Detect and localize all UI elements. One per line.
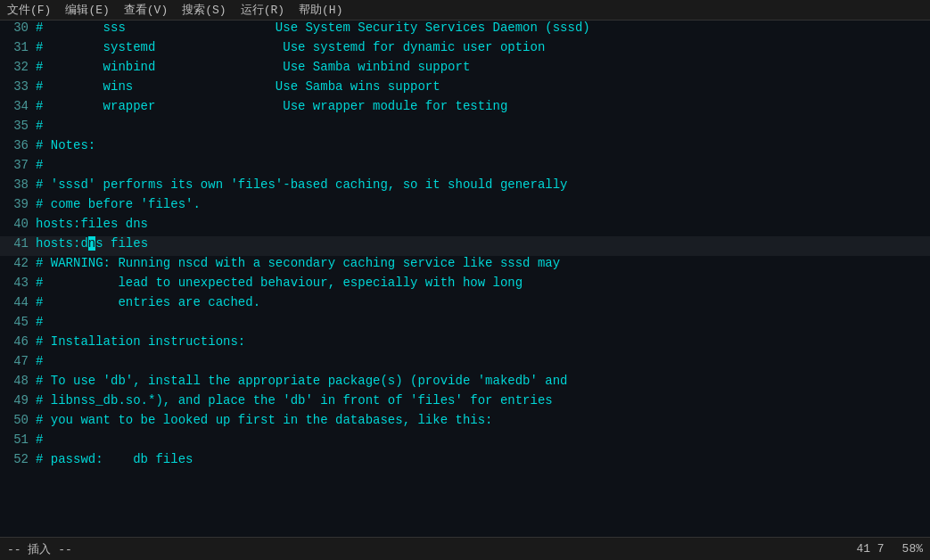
- editor-line: 34# wrapper Use wrapper module for testi…: [0, 99, 930, 119]
- editor-line: 44# entries are cached.: [0, 295, 930, 315]
- line-number: 39: [4, 197, 36, 211]
- line-number: 47: [4, 354, 36, 368]
- menu-item[interactable]: 文件(F): [7, 2, 51, 18]
- line-content: # sss Use System Security Services Daemo…: [36, 21, 590, 35]
- status-position: 41 7: [856, 542, 884, 556]
- line-content: hosts:dns files: [36, 236, 148, 251]
- line-content: # To use 'db', install the appropriate p…: [36, 374, 568, 388]
- lines-container: 30# sss Use System Security Services Dae…: [0, 21, 930, 537]
- editor-line: 38# 'sssd' performs its own 'files'-base…: [0, 177, 930, 197]
- menu-item[interactable]: 运行(R): [241, 2, 284, 18]
- cursor: n: [88, 236, 95, 251]
- editor-line: 46# Installation instructions:: [0, 334, 930, 354]
- editor-line: 50# you want to be looked up first in th…: [0, 413, 930, 432]
- line-content: # passwd: db files: [36, 452, 193, 466]
- editor-line: 35#: [0, 119, 930, 138]
- editor-line: 33# wins Use Samba wins support: [0, 79, 930, 99]
- line-number: 52: [4, 452, 36, 466]
- line-number: 43: [4, 276, 36, 290]
- line-number: 46: [4, 334, 36, 349]
- line-content: # winbind Use Samba winbind support: [36, 60, 470, 74]
- line-content: #: [36, 158, 43, 172]
- menu-item[interactable]: 帮助(H): [299, 2, 342, 18]
- editor-line: 37#: [0, 158, 930, 177]
- editor-line: 31# systemd Use systemd for dynamic user…: [0, 40, 930, 60]
- line-number: 49: [4, 393, 36, 408]
- editor-line: 42# WARNING: Running nscd with a seconda…: [0, 256, 930, 276]
- line-number: 37: [4, 158, 36, 172]
- editor-line: 48# To use 'db', install the appropriate…: [0, 374, 930, 393]
- menu-item[interactable]: 查看(V): [124, 2, 168, 18]
- line-content: # you want to be looked up first in the …: [36, 413, 492, 427]
- line-content: # wins Use Samba wins support: [36, 79, 440, 94]
- line-content: # 'sssd' performs its own 'files'-based …: [36, 177, 568, 192]
- line-number: 31: [4, 40, 36, 54]
- editor-container: 文件(F)编辑(E)查看(V)搜索(S)运行(R)帮助(H) 30# sss U…: [0, 0, 930, 560]
- line-number: 48: [4, 374, 36, 388]
- line-number: 32: [4, 60, 36, 74]
- line-number: 40: [4, 217, 36, 231]
- editor-line: 41hosts:dns files: [0, 236, 930, 256]
- status-mode: -- 插入 --: [7, 541, 72, 557]
- menu-bar: 文件(F)编辑(E)查看(V)搜索(S)运行(R)帮助(H): [0, 0, 930, 21]
- line-content: #: [36, 119, 43, 133]
- line-content: #: [36, 315, 43, 329]
- editor-line: 52# passwd: db files: [0, 452, 930, 472]
- status-percentage: 58%: [902, 542, 923, 556]
- line-content: # entries are cached.: [36, 295, 260, 309]
- line-content: # come before 'files'.: [36, 197, 201, 211]
- line-content: # Notes:: [36, 138, 95, 152]
- editor-content[interactable]: 30# sss Use System Security Services Dae…: [0, 21, 930, 537]
- editor-line: 51#: [0, 432, 930, 452]
- menu-item[interactable]: 搜索(S): [182, 2, 226, 18]
- line-content: # WARNING: Running nscd with a secondary…: [36, 256, 560, 270]
- line-content: # lead to unexpected behaviour, especial…: [36, 276, 523, 290]
- line-number: 50: [4, 413, 36, 427]
- line-number: 45: [4, 315, 36, 329]
- line-content: # Installation instructions:: [36, 334, 245, 349]
- editor-line: 47#: [0, 354, 930, 374]
- status-right: 41 7 58%: [856, 542, 923, 556]
- editor-line: 36# Notes:: [0, 138, 930, 158]
- line-content: # wrapper Use wrapper module for testing: [36, 99, 507, 113]
- line-number: 41: [4, 236, 36, 251]
- editor-line: 40hosts:files dns: [0, 217, 930, 236]
- line-number: 34: [4, 99, 36, 113]
- line-number: 42: [4, 256, 36, 270]
- line-content: # libnss_db.so.*), and place the 'db' in…: [36, 393, 553, 408]
- menu-item[interactable]: 编辑(E): [65, 2, 109, 18]
- line-number: 33: [4, 79, 36, 94]
- editor-line: 49# libnss_db.so.*), and place the 'db' …: [0, 393, 930, 413]
- editor-line: 39# come before 'files'.: [0, 197, 930, 217]
- line-number: 44: [4, 295, 36, 309]
- line-number: 51: [4, 432, 36, 447]
- line-number: 35: [4, 119, 36, 133]
- editor-line: 43# lead to unexpected behaviour, especi…: [0, 276, 930, 295]
- editor-line: 45#: [0, 315, 930, 334]
- line-content: hosts:files dns: [36, 217, 148, 231]
- editor-line: 32# winbind Use Samba winbind support: [0, 60, 930, 79]
- status-bar: -- 插入 -- 41 7 58%: [0, 537, 930, 560]
- line-number: 36: [4, 138, 36, 152]
- editor-line: 30# sss Use System Security Services Dae…: [0, 21, 930, 40]
- line-content: # systemd Use systemd for dynamic user o…: [36, 40, 545, 54]
- line-number: 30: [4, 21, 36, 35]
- line-number: 38: [4, 177, 36, 192]
- line-content: #: [36, 432, 43, 447]
- line-content: #: [36, 354, 43, 368]
